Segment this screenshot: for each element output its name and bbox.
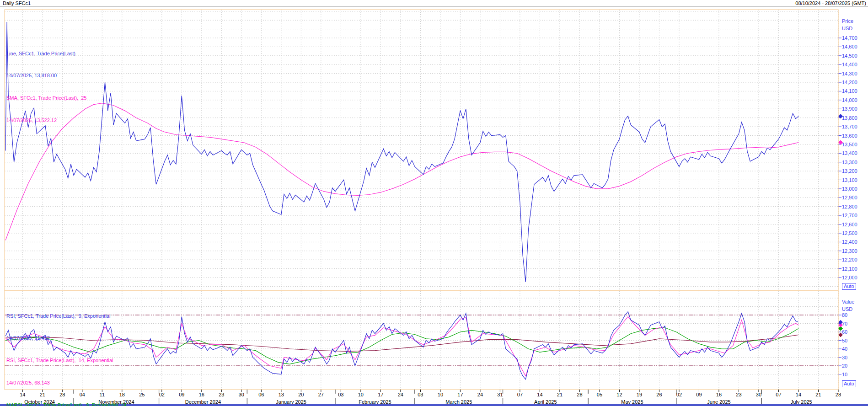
price-tick-label: 12,700	[842, 213, 857, 218]
price-tick-label: 13,700	[842, 124, 857, 129]
day-tick-label: 06	[258, 392, 264, 397]
day-tick-label: 02	[159, 392, 165, 397]
day-tick-label: 16	[716, 392, 722, 397]
price-tick-label: 12,600	[842, 222, 857, 227]
day-tick-label: 07	[776, 392, 781, 397]
legend-rsi9-value: 14/07/2025, 71.452	[6, 334, 129, 342]
day-tick-label: 14	[796, 392, 801, 397]
value-tick-label: 80	[842, 312, 847, 318]
window-bottom-border	[0, 404, 868, 406]
value-tick-label: 60	[842, 329, 847, 335]
price-tick-label: 14,300	[842, 71, 857, 76]
price-tick-label: 13,800	[842, 115, 857, 121]
legend-sma-series-value: 14/07/2025, 13,522.12	[6, 117, 86, 124]
day-tick-label: 28	[836, 392, 841, 397]
value-tick-label: 70	[842, 321, 847, 326]
day-tick-label: 28	[577, 392, 582, 397]
legend-rsi14-label: RSI, SFCc1, Trade Price(Last), 14, Expon…	[6, 357, 129, 364]
day-tick-label: 20	[298, 392, 304, 397]
price-tick-label: 14,200	[842, 80, 857, 85]
day-tick-label: 21	[815, 392, 821, 397]
day-tick-label: 31	[497, 392, 503, 397]
day-tick-label: 02	[676, 392, 682, 397]
day-tick-label: 30	[239, 392, 244, 397]
day-tick-label: 24	[398, 392, 403, 397]
price-tick-label: 13,000	[842, 186, 857, 192]
legend-line-series-value: 14/07/2025, 13,818.00	[6, 72, 86, 79]
day-tick-label: 05	[597, 392, 602, 397]
day-tick-label: 27	[318, 392, 324, 397]
sma-25-series-line	[5, 103, 798, 240]
price-tick-label: 13,500	[842, 142, 857, 147]
value-tick-label: 30	[842, 355, 847, 360]
date-range-label: 08/10/2024 - 28/07/2025 (GMT)	[795, 0, 866, 6]
date-axis: 142128October 202404111825November 20240…	[20, 390, 841, 405]
day-tick-label: 25	[139, 392, 145, 397]
value-tick-label: 50	[842, 338, 847, 343]
price-tick-label: 14,700	[842, 35, 857, 41]
legend-rsi14-value: 14/07/2025, 68.143	[6, 379, 129, 386]
value-tick-label: 10	[842, 372, 847, 377]
chart-header: Daily SFCc1 08/10/2024 - 28/07/2025 (GMT…	[0, 0, 868, 7]
rsi-pane-legend: RSI, SFCc1, Trade Price(Last), 9, Expone…	[6, 297, 129, 406]
day-tick-label: 16	[199, 392, 204, 397]
price-tick-label: 14,000	[842, 97, 857, 103]
chart-title: Daily SFCc1	[3, 0, 31, 6]
value-axis-title: Value USD	[842, 298, 854, 313]
day-tick-label: 07	[517, 392, 523, 397]
chart-plot-svg[interactable]: 12,00012,10012,20012,30012,40012,50012,6…	[0, 0, 868, 406]
day-tick-label: 23	[736, 392, 741, 397]
price-tick-label: 13,400	[842, 150, 857, 156]
day-tick-label: 09	[696, 392, 702, 397]
day-tick-label: 30	[756, 392, 761, 397]
day-tick-label: 23	[219, 392, 224, 397]
price-axis-title: Price USD	[842, 17, 853, 32]
value-axis-auto-button[interactable]: Auto	[842, 380, 856, 387]
price-pane-legend: Line, SFCc1, Trade Price(Last) 14/07/202…	[6, 35, 86, 139]
day-tick-label: 10	[358, 392, 364, 397]
legend-line-series-label: Line, SFCc1, Trade Price(Last)	[6, 50, 86, 57]
price-tick-label: 13,300	[842, 160, 857, 165]
day-tick-label: 12	[616, 392, 622, 397]
day-tick-label: 17	[378, 392, 383, 397]
legend-marsi9-label: MARSI, SFCc1, Trade Price(Last), 9, Expo…	[6, 401, 129, 406]
day-tick-label: 26	[656, 392, 662, 397]
price-tick-label: 14,100	[842, 88, 857, 94]
price-tick-label: 14,400	[842, 62, 857, 67]
value-tick-label: 40	[842, 346, 847, 352]
price-tick-label: 12,800	[842, 204, 857, 209]
price-tick-label: 12,500	[842, 230, 857, 236]
price-tick-label: 14,500	[842, 53, 857, 59]
price-tick-label: 12,900	[842, 195, 857, 200]
gridlines	[5, 10, 838, 390]
price-tick-label: 13,900	[842, 106, 857, 112]
legend-sma-series-label: SMA, SFCc1, Trade Price(Last), 25	[6, 94, 86, 102]
price-tick-label: 12,300	[842, 248, 857, 254]
day-tick-label: 21	[557, 392, 563, 397]
price-tick-label: 12,000	[842, 275, 857, 280]
day-tick-label: 14	[537, 392, 542, 397]
day-tick-label: 19	[637, 392, 642, 397]
price-tick-label: 13,600	[842, 133, 857, 139]
day-tick-label: 13	[279, 392, 284, 397]
day-tick-label: 09	[179, 392, 184, 397]
chart-window: Daily SFCc1 08/10/2024 - 28/07/2025 (GMT…	[0, 0, 868, 406]
price-axis-auto-button[interactable]: Auto	[842, 283, 856, 290]
price-tick-label: 14,600	[842, 44, 857, 49]
price-tick-label: 13,200	[842, 168, 857, 174]
price-tick-label: 12,400	[842, 239, 857, 245]
day-tick-label: 03	[418, 392, 423, 397]
day-tick-label: 03	[338, 392, 343, 397]
value-axis-title-line2: USD	[842, 305, 854, 313]
day-tick-label: 10	[438, 392, 443, 397]
price-tick-label: 13,100	[842, 177, 857, 183]
price-tick-label: 12,100	[842, 266, 857, 272]
price-axis-title-line1: Price	[842, 17, 853, 25]
day-tick-label: 24	[477, 392, 483, 397]
price-axis-title-line2: USD	[842, 25, 853, 32]
trade-price-last-series-line	[5, 22, 798, 282]
value-axis-title-line1: Value	[842, 298, 854, 305]
legend-rsi9-label: RSI, SFCc1, Trade Price(Last), 9, Expone…	[6, 312, 129, 320]
price-tick-label: 12,200	[842, 257, 857, 262]
value-tick-label: 20	[842, 363, 847, 369]
